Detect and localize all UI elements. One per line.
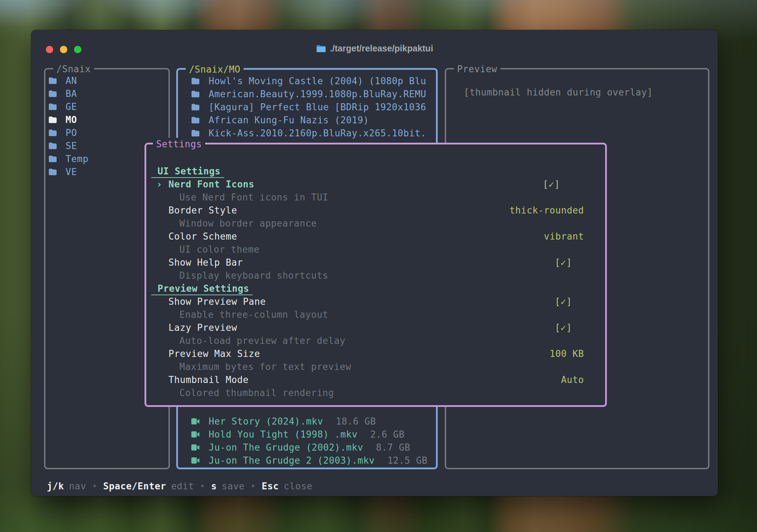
help-label-close: close bbox=[284, 481, 312, 491]
setting-show-preview-pane[interactable]: Show Preview Pane[✓] bbox=[151, 295, 584, 308]
folder-icon bbox=[190, 102, 200, 112]
file-name: African Kung-Fu Nazis (2019) bbox=[209, 115, 369, 125]
video-icon bbox=[190, 416, 200, 426]
file-name: Kick-Ass.2010.2160p.BluRay.x265.10bit. bbox=[209, 128, 426, 138]
video-name: Her Story (2024).mkv bbox=[209, 416, 323, 427]
folder-icon bbox=[190, 115, 200, 125]
video-size: 18.6 GB bbox=[336, 416, 376, 427]
video-row[interactable]: Her Story (2024).mkv18.6 GB bbox=[178, 415, 436, 428]
setting-description: Maximum bytes for text preview bbox=[151, 360, 584, 373]
setting-description: Window border appearance bbox=[151, 217, 584, 230]
folder-icon bbox=[48, 89, 57, 99]
setting-description: Display keyboard shortcuts bbox=[151, 269, 584, 282]
video-list: Her Story (2024).mkv18.6 GB Hold You Tig… bbox=[178, 415, 436, 467]
sidebar-item-label: MO bbox=[66, 115, 77, 125]
setting-description: Use Nerd Font icons in TUI bbox=[151, 191, 584, 204]
settings-list: UI Settings ›Nerd Font Icons[✓] Use Nerd… bbox=[146, 144, 605, 400]
help-key-edit: Space/Enter bbox=[103, 481, 166, 491]
setting-value[interactable]: 100 KB bbox=[549, 347, 584, 360]
file-row[interactable]: Howl's Moving Castle (2004) (1080p Blu bbox=[178, 74, 436, 87]
setting-color-scheme[interactable]: Color Schemevibrant bbox=[151, 230, 584, 243]
folder-icon bbox=[48, 141, 57, 151]
sidebar-panel-title: /Snaix bbox=[53, 63, 94, 76]
video-row[interactable]: Hold You Tight (1998) .mkv2.6 GB bbox=[178, 428, 436, 441]
selection-cursor: › bbox=[156, 178, 168, 191]
video-name: Hold You Tight (1998) .mkv bbox=[209, 429, 358, 440]
file-row[interactable]: American.Beauty.1999.1080p.BluRay.REMU bbox=[178, 87, 436, 100]
sidebar-item-label: AN bbox=[66, 75, 77, 86]
folder-icon bbox=[190, 128, 200, 138]
sidebar-item-label: PO bbox=[66, 128, 77, 138]
checkbox-checked[interactable]: [✓] bbox=[543, 178, 560, 191]
setting-thumbnail-mode[interactable]: Thumbnail ModeAuto bbox=[151, 373, 584, 386]
window-title-text: ./target/release/pikpaktui bbox=[330, 43, 433, 53]
folder-icon bbox=[190, 76, 200, 86]
folder-icon bbox=[48, 102, 57, 112]
folder-list: Howl's Moving Castle (2004) (1080p Blu A… bbox=[178, 70, 436, 140]
help-separator: • bbox=[92, 481, 98, 491]
video-name: Ju-on The Grudge 2 (2003).mkv bbox=[209, 455, 375, 466]
checkbox-checked[interactable]: [✓] bbox=[555, 321, 572, 334]
sidebar-item-label: BA bbox=[66, 88, 77, 99]
video-row[interactable]: Ju-on The Grudge (2002).mkv8.7 GB bbox=[178, 441, 436, 454]
folder-icon bbox=[48, 128, 57, 138]
setting-border-style[interactable]: Border Stylethick-rounded bbox=[151, 204, 584, 217]
file-row[interactable]: African Kung-Fu Nazis (2019) bbox=[178, 113, 436, 126]
file-row[interactable]: [Kagura] Perfect Blue [BDRip 1920x1036 bbox=[178, 100, 436, 113]
video-row[interactable]: Ju-on The Grudge 2 (2003).mkv12.5 GB bbox=[178, 454, 436, 467]
file-row[interactable]: Kick-Ass.2010.2160p.BluRay.x265.10bit. bbox=[178, 126, 436, 140]
folder-icon bbox=[48, 167, 57, 177]
sidebar-item-label: VE bbox=[66, 167, 77, 177]
setting-description: Enable three-column layout bbox=[151, 308, 584, 321]
checkbox-checked[interactable]: [✓] bbox=[555, 295, 572, 308]
help-separator: • bbox=[200, 481, 205, 491]
settings-section-preview: Preview Settings bbox=[151, 282, 584, 295]
help-separator: • bbox=[250, 481, 256, 491]
sidebar-item-label: GE bbox=[66, 101, 77, 112]
titlebar[interactable]: ./target/release/pikpaktui bbox=[31, 30, 718, 57]
setting-value[interactable]: thick-rounded bbox=[510, 204, 584, 217]
setting-description: Auto-load preview after delay bbox=[151, 334, 584, 347]
video-size: 8.7 GB bbox=[376, 442, 411, 453]
setting-preview-max-size[interactable]: Preview Max Size100 KB bbox=[151, 347, 584, 360]
video-icon bbox=[190, 456, 200, 465]
file-panel-title: /Snaix/MO bbox=[186, 63, 244, 76]
folder-icon bbox=[316, 43, 326, 54]
video-icon bbox=[190, 443, 200, 452]
help-key-close: Esc bbox=[261, 481, 279, 491]
terminal-window: ./target/release/pikpaktui /Snaix AN BA … bbox=[31, 30, 718, 496]
sidebar-item-ba[interactable]: BA bbox=[45, 87, 168, 100]
settings-overlay: Settings UI Settings ›Nerd Font Icons[✓]… bbox=[144, 143, 607, 407]
help-label-edit: edit bbox=[171, 481, 194, 491]
sidebar-item-po[interactable]: PO bbox=[45, 126, 168, 139]
video-name: Ju-on The Grudge (2002).mkv bbox=[209, 442, 363, 453]
help-label-save: save bbox=[222, 481, 245, 491]
checkbox-checked[interactable]: [✓] bbox=[555, 256, 572, 269]
file-name: Howl's Moving Castle (2004) (1080p Blu bbox=[209, 76, 426, 86]
folder-icon bbox=[48, 76, 57, 86]
help-key-nav: j/k bbox=[47, 481, 64, 491]
sidebar-item-mo-selected[interactable]: MO bbox=[45, 113, 168, 126]
setting-value[interactable]: vibrant bbox=[544, 230, 584, 243]
setting-description: UI color theme bbox=[151, 243, 584, 256]
setting-value[interactable]: Auto bbox=[561, 373, 584, 386]
settings-section-ui: UI Settings bbox=[151, 165, 584, 178]
setting-nerd-font-icons[interactable]: ›Nerd Font Icons[✓] bbox=[151, 178, 584, 191]
setting-lazy-preview[interactable]: Lazy Preview[✓] bbox=[151, 321, 584, 334]
help-key-save: s bbox=[211, 481, 217, 491]
help-bar: j/knav•Space/Enteredit•ssave•Escclose bbox=[47, 480, 312, 493]
sidebar-item-an[interactable]: AN bbox=[45, 74, 168, 87]
file-name: [Kagura] Perfect Blue [BDRip 1920x1036 bbox=[209, 102, 426, 112]
sidebar-item-label: SE bbox=[66, 141, 77, 151]
setting-description: Colored thumbnail rendering bbox=[151, 386, 584, 400]
video-size: 2.6 GB bbox=[370, 429, 405, 440]
folder-icon bbox=[190, 89, 200, 99]
video-size: 12.5 GB bbox=[387, 455, 427, 466]
file-name: American.Beauty.1999.1080p.BluRay.REMU bbox=[209, 89, 426, 99]
setting-show-help-bar[interactable]: Show Help Bar[✓] bbox=[151, 256, 584, 269]
preview-panel-title: Preview bbox=[454, 63, 500, 76]
window-title: ./target/release/pikpaktui bbox=[31, 43, 718, 54]
sidebar-item-label: Temp bbox=[66, 154, 88, 164]
folder-icon bbox=[48, 115, 57, 125]
sidebar-item-ge[interactable]: GE bbox=[45, 100, 168, 113]
